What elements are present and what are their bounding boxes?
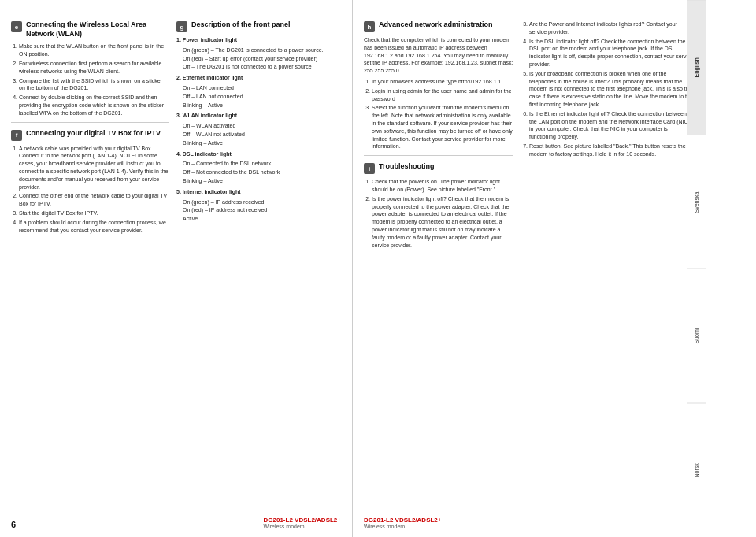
list-item: On (green) – The DG201 is connected to a… xyxy=(183,46,341,54)
list-item: On (red) – Start up error (contact your … xyxy=(183,55,341,63)
list-item: Blinking – Active xyxy=(183,102,341,109)
list-item: On – LAN connected xyxy=(183,84,341,92)
indicator-title: Power indicator light xyxy=(183,37,237,43)
list-item: Select the function you want from the mo… xyxy=(372,104,513,150)
list-item: Login in using admin for the user name a… xyxy=(372,87,513,103)
language-sidebar: English Svenska Suomi Norsk xyxy=(687,0,706,537)
right-page: h Advanced network administration Check … xyxy=(353,0,706,537)
indicator-title: WLAN indicator light xyxy=(183,113,237,118)
section-g-badge: g xyxy=(176,21,187,32)
lang-norsk: Norsk xyxy=(687,403,706,538)
section-h-intro: Check that the computer which is connect… xyxy=(364,36,513,75)
list-item: Are the Power and Internet indicator lig… xyxy=(529,20,695,36)
indicator-label: 1. xyxy=(176,37,183,43)
list-item: Is the power indicator light off? Check … xyxy=(372,195,513,250)
left-page-number: 6 xyxy=(11,520,16,529)
list-item: On (red) – IP address not received xyxy=(183,206,341,214)
indicator-title: Internet indicator light xyxy=(183,189,241,194)
list-item: A network cable was provided with your d… xyxy=(19,145,169,191)
list-item: Connect by double clicking on the correc… xyxy=(19,94,169,117)
far-right-column: Are the Power and Internet indicator lig… xyxy=(521,14,695,494)
list-item: Off – LAN not connected xyxy=(183,93,341,101)
section-g-content: 1. Power indicator light On (green) – Th… xyxy=(176,36,341,223)
list-item: Check that the power is on. The power in… xyxy=(372,178,513,194)
section-i-content: Check that the power is on. The power in… xyxy=(364,178,513,249)
lang-svenska: Svenska xyxy=(687,135,706,269)
right-footer-info: DG201-L2 VDSL2/ADSL2+ Wireless modem xyxy=(364,517,441,529)
list-item: Blinking – Active xyxy=(183,177,341,185)
section-g-title: Description of the front panel xyxy=(191,20,291,30)
list-item: Active xyxy=(183,215,341,223)
indicator-list: On – WLAN activated Off – WLAN not activ… xyxy=(176,122,341,146)
section-e-title: Connecting the Wireless Local Area Netwo… xyxy=(26,20,169,39)
page-container: e Connecting the Wireless Local Area Net… xyxy=(0,0,756,537)
right-column: g Description of the front panel 1. Powe… xyxy=(176,14,341,494)
section-e-content: Make sure that the WLAN button on the fr… xyxy=(11,43,169,117)
indicator-label: 3. xyxy=(176,113,183,118)
left-footer: 6 DG201-L2 VDSL2/ADSL2+ Wireless modem xyxy=(11,513,341,529)
list-item: In your browser's address line type http… xyxy=(372,78,513,86)
left-footer-info: DG201-L2 VDSL2/ADSL2+ Wireless modem xyxy=(264,517,341,529)
section-e-header: e Connecting the Wireless Local Area Net… xyxy=(11,20,169,39)
indicator-list: On (green) – IP address received On (red… xyxy=(176,198,341,223)
section-i-title: Troubleshooting xyxy=(379,162,435,172)
indicator-label: 2. xyxy=(176,75,183,80)
section-i-badge: i xyxy=(364,163,375,174)
list-item: Connect the other end of the network cab… xyxy=(19,192,169,208)
list-item: Reset button. See picture labelled "Back… xyxy=(529,143,695,158)
right-footer: DG201-L2 VDSL2/ADSL2+ Wireless modem 7 xyxy=(364,513,695,529)
section-h-header: h Advanced network administration xyxy=(364,20,513,32)
list-item: Blinking – Active xyxy=(183,139,341,147)
footer-model: DG201-L2 VDSL2/ADSL2+ xyxy=(364,517,441,524)
section-h-content: Check that the computer which is connect… xyxy=(364,36,513,150)
indicator-title: Ethernet indicator light xyxy=(183,75,243,80)
list-item: On – WLAN activated xyxy=(183,122,341,130)
section-e-badge: e xyxy=(11,21,22,32)
indicator-label: 4. xyxy=(176,151,183,157)
indicator-title: DSL indicator light xyxy=(183,151,232,157)
lang-suomi: Suomi xyxy=(687,268,706,403)
list-item: Compare the list with the SSID which is … xyxy=(19,77,169,93)
section-f-title: Connecting your digital TV Box for IPTV xyxy=(26,129,161,139)
list-item: Off – WLAN not activated xyxy=(183,131,341,139)
section-f-content: A network cable was provided with your d… xyxy=(11,145,169,235)
list-item: Start the digital TV Box for IPTV. xyxy=(19,209,169,217)
left-page: e Connecting the Wireless Local Area Net… xyxy=(0,0,353,537)
list-item: Is the DSL indicator light off? Check th… xyxy=(529,38,695,69)
list-item: Is your broadband connection is broken w… xyxy=(529,70,695,109)
section-f-badge: f xyxy=(11,130,22,141)
indicator-list: On (green) – The DG201 is connected to a… xyxy=(176,46,341,71)
indicator-label: 5. xyxy=(176,189,183,194)
section-h-title: Advanced network administration xyxy=(379,20,493,30)
list-item: If a problem should occur during the con… xyxy=(19,219,169,235)
list-item: For wireless connection first perform a … xyxy=(19,60,169,76)
left-column: e Connecting the Wireless Local Area Net… xyxy=(11,14,169,494)
section-h-badge: h xyxy=(364,21,375,32)
list-item: Is the Ethernet indicator light off? Che… xyxy=(529,110,695,141)
section-i-header: i Troubleshooting xyxy=(364,162,513,174)
section-f-header: f Connecting your digital TV Box for IPT… xyxy=(11,129,169,141)
lang-english: English xyxy=(687,0,706,135)
continued-content: Are the Power and Internet indicator lig… xyxy=(521,20,695,158)
indicator-list: On – LAN connected Off – LAN not connect… xyxy=(176,84,341,109)
footer-model: DG201-L2 VDSL2/ADSL2+ xyxy=(264,517,341,524)
footer-subtitle: Wireless modem xyxy=(364,524,441,529)
list-item: Make sure that the WLAN button on the fr… xyxy=(19,43,169,58)
list-item: Off – The DG201 is not connected to a po… xyxy=(183,63,341,71)
list-item: Off – Not connected to the DSL network xyxy=(183,169,341,176)
footer-subtitle: Wireless modem xyxy=(264,524,341,529)
list-item: On – Connected to the DSL network xyxy=(183,160,341,168)
middle-column: h Advanced network administration Check … xyxy=(364,14,513,494)
section-g-header: g Description of the front panel xyxy=(176,20,341,32)
list-item: On (green) – IP address received xyxy=(183,198,341,206)
indicator-list: On – Connected to the DSL network Off – … xyxy=(176,160,341,184)
